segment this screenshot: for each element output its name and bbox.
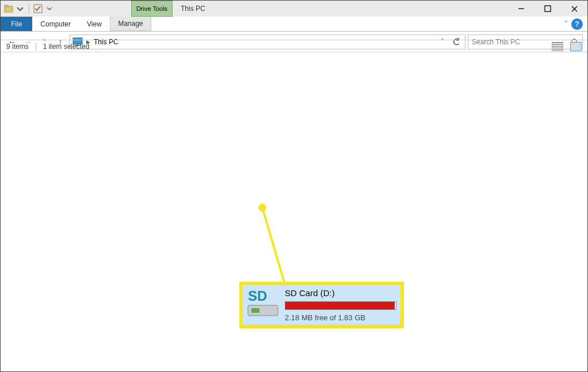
content-pane[interactable]: ▾ Folders (7) 3D Objects ✔ xyxy=(97,52,587,57)
manage-tab[interactable]: Manage xyxy=(110,17,151,31)
chevron-down-icon[interactable]: ˅ xyxy=(564,17,568,31)
minimize-button[interactable] xyxy=(508,1,534,17)
svg-rect-86 xyxy=(251,308,259,313)
svg-text:SD: SD xyxy=(248,288,267,304)
svg-line-83 xyxy=(262,208,286,288)
separator xyxy=(29,3,29,14)
close-button[interactable] xyxy=(561,1,587,17)
folder-icon xyxy=(4,4,13,13)
status-items: 9 items xyxy=(6,43,29,51)
computer-tab[interactable]: Computer xyxy=(32,17,79,31)
svg-rect-1 xyxy=(5,5,8,7)
properties-checkbox-icon[interactable] xyxy=(33,4,43,13)
ribbon: File Computer View Manage ˅ ? xyxy=(1,17,587,32)
svg-rect-4 xyxy=(545,6,551,11)
caret-down-icon[interactable] xyxy=(45,4,54,13)
file-tab[interactable]: File xyxy=(1,17,32,31)
caret-down-icon[interactable] xyxy=(16,4,25,13)
status-bar: 9 items 1 item selected xyxy=(1,40,587,52)
navigation-tree[interactable]: Documents Email attachments Photos Portf… xyxy=(1,52,97,53)
view-details-icon[interactable] xyxy=(552,42,563,51)
usage-bar xyxy=(285,301,396,310)
view-large-icons-icon[interactable] xyxy=(570,42,582,51)
drive-tools-tab[interactable]: Drive Tools xyxy=(131,1,173,17)
svg-point-82 xyxy=(258,204,266,212)
titlebar: Drive Tools This PC xyxy=(1,1,587,17)
view-tab[interactable]: View xyxy=(79,17,110,31)
sd-drive-icon: SD xyxy=(247,288,279,318)
window-title: This PC xyxy=(173,1,508,17)
annotation-callout: SD SD Card (D:) 2.18 MB free of 1.83 GB xyxy=(241,283,402,327)
maximize-button[interactable] xyxy=(534,1,561,17)
help-icon[interactable]: ? xyxy=(571,18,583,30)
status-selected: 1 item selected xyxy=(43,43,90,51)
